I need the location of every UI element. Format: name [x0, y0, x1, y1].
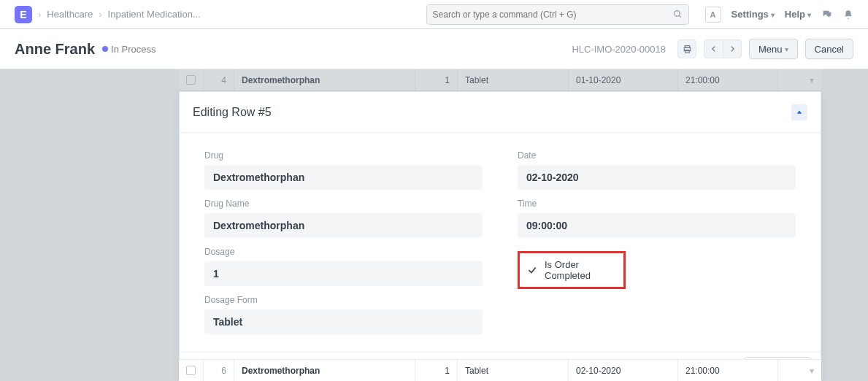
- status-text: In Process: [111, 44, 155, 55]
- drug-name-field[interactable]: Dextromethorphan: [204, 213, 483, 238]
- user-avatar[interactable]: A: [705, 7, 721, 23]
- collapse-button[interactable]: [791, 104, 807, 120]
- document-id: HLC-IMO-2020-00018: [572, 44, 666, 55]
- dosage-label: Dosage: [204, 247, 483, 257]
- row-dosage-form[interactable]: Tablet: [458, 360, 569, 381]
- row-dosage[interactable]: 1: [415, 69, 458, 91]
- help-menu[interactable]: Help: [785, 9, 811, 20]
- row-editor-dialog: Editing Row #5 Drug Dextromethorphan Dru…: [179, 91, 821, 381]
- row-date[interactable]: 01-10-2020: [569, 69, 678, 91]
- chat-icon[interactable]: [821, 9, 833, 20]
- global-search[interactable]: [426, 4, 689, 25]
- dialog-title: Editing Row #5: [193, 106, 272, 119]
- row-dosage-form[interactable]: Tablet: [458, 69, 569, 91]
- svg-line-1: [679, 15, 681, 18]
- form-column-right: Date 02-10-2020 Time 09:00:00 Is Order C…: [518, 145, 796, 334]
- row-dosage[interactable]: 1: [415, 360, 458, 381]
- search-input[interactable]: [433, 9, 673, 20]
- dosage-form-label: Dosage Form: [204, 295, 483, 305]
- row-expand-icon[interactable]: ▾: [778, 360, 821, 381]
- page-title: Anne Frank: [15, 41, 95, 58]
- table-row: 4 Dextromethorphan 1 Tablet 01-10-2020 2…: [179, 69, 821, 91]
- date-field[interactable]: 02-10-2020: [518, 165, 796, 190]
- is-order-completed-label: Is Order Completed: [545, 259, 616, 281]
- chevron-right-icon: ›: [38, 9, 41, 20]
- row-drug[interactable]: Dextromethorphan: [234, 69, 415, 91]
- top-navbar: E › Healthcare › Inpatient Medication...…: [0, 0, 868, 29]
- prev-record-button[interactable]: [704, 39, 723, 58]
- svg-marker-5: [797, 110, 802, 113]
- app-logo[interactable]: E: [15, 6, 32, 23]
- page-header: Anne Frank In Process HLC-IMO-2020-00018…: [0, 29, 868, 69]
- breadcrumb-inpatient-medication[interactable]: Inpatient Medication...: [108, 9, 201, 20]
- breadcrumb-healthcare[interactable]: Healthcare: [47, 9, 93, 20]
- next-record-button[interactable]: [723, 39, 742, 58]
- is-order-completed-checkbox[interactable]: Is Order Completed: [518, 251, 626, 289]
- breadcrumb: › Healthcare › Inpatient Medication...: [38, 9, 201, 20]
- row-time[interactable]: 21:00:00: [678, 69, 778, 91]
- row-date[interactable]: 02-10-2020: [569, 360, 678, 381]
- drug-name-label: Drug Name: [204, 199, 483, 209]
- search-icon: [673, 9, 683, 19]
- row-time[interactable]: 21:00:00: [678, 360, 778, 381]
- nav-right: A Settings Help: [705, 7, 853, 23]
- time-label: Time: [518, 199, 796, 209]
- drug-field[interactable]: Dextromethorphan: [204, 165, 483, 190]
- time-field[interactable]: 09:00:00: [518, 213, 796, 238]
- status-indicator-icon: [102, 46, 108, 52]
- settings-menu[interactable]: Settings: [731, 9, 775, 20]
- menu-button[interactable]: Menu: [749, 39, 798, 59]
- cancel-button[interactable]: Cancel: [805, 39, 853, 59]
- bell-icon[interactable]: [843, 9, 853, 20]
- row-index: 6: [204, 360, 234, 381]
- row-checkbox[interactable]: [186, 75, 196, 85]
- drug-label: Drug: [204, 150, 483, 161]
- row-expand-icon[interactable]: ▾: [778, 69, 821, 91]
- date-label: Date: [518, 150, 796, 161]
- row-checkbox[interactable]: [186, 366, 196, 375]
- record-nav: [704, 39, 742, 58]
- table-row: 6 Dextromethorphan 1 Tablet 02-10-2020 2…: [179, 359, 821, 381]
- print-button[interactable]: [677, 39, 696, 58]
- chevron-right-icon: ›: [99, 9, 101, 20]
- row-index: 4: [204, 69, 234, 91]
- form-column-left: Drug Dextromethorphan Drug Name Dextrome…: [204, 145, 483, 334]
- checkmark-icon: [527, 265, 537, 275]
- dosage-form-field[interactable]: Tablet: [204, 309, 483, 334]
- row-drug[interactable]: Dextromethorphan: [234, 360, 415, 381]
- dosage-field[interactable]: 1: [204, 261, 483, 286]
- svg-point-0: [674, 11, 680, 17]
